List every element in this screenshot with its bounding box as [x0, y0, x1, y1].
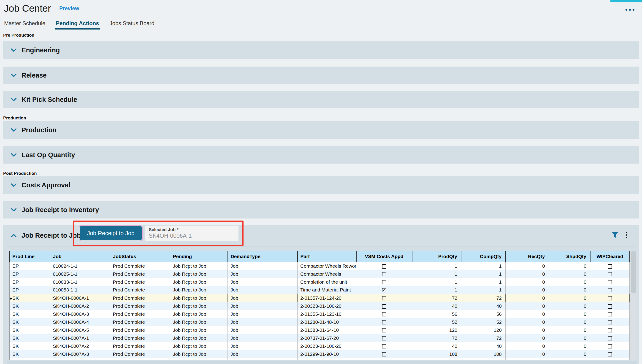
wip-cleared-checkbox[interactable]	[608, 336, 612, 340]
cell-recqty[interactable]: 0	[506, 326, 549, 334]
col-header-vsm-costs-appd[interactable]: VSM Costs Appd	[356, 251, 412, 262]
vsm-costs-appd-checkbox[interactable]	[382, 304, 386, 309]
table-row-sk4oh-0006a-4[interactable]: SKSK4OH-0006A-4Prod CompleteJob Rcpt to …	[10, 318, 630, 326]
wip-cleared-checkbox[interactable]	[608, 288, 612, 292]
cell-compqty[interactable]: 72	[461, 294, 506, 302]
cell-compqty[interactable]: 108	[461, 350, 506, 358]
cell-part[interactable]: 2-01299-01-90-10	[298, 350, 356, 358]
cell-demandtype[interactable]: Job	[228, 358, 298, 360]
cell-pending[interactable]: Job Rcpt to Job	[170, 278, 228, 286]
cell-pending[interactable]: Job Rcpt to Job	[170, 358, 228, 360]
cell-recqty[interactable]: 0	[506, 342, 549, 350]
cell-jobstatus[interactable]: Prod Complete	[110, 270, 170, 278]
filter-icon[interactable]	[612, 232, 618, 238]
selected-job-field[interactable]: Selected Job * SK4OH-0006A-1	[145, 226, 239, 241]
cell-shpdqty[interactable]: 0	[549, 310, 590, 318]
cell-demandtype[interactable]: Job	[228, 334, 298, 342]
cell-demandtype[interactable]: Job	[228, 294, 298, 302]
cell-part[interactable]: Completion of the unit	[298, 278, 356, 286]
section-kit-pick-schedule[interactable]: Kit Pick Schedule	[3, 91, 639, 108]
cell-jobstatus[interactable]: Prod Complete	[110, 262, 170, 270]
cell-prodqty[interactable]: 120	[412, 326, 461, 334]
cell-pending[interactable]: Job Rcpt to Job	[170, 318, 228, 326]
cell-job[interactable]: 010033-1-1	[50, 278, 110, 286]
cell-part[interactable]: Compactor Wheels	[298, 270, 356, 278]
cell-demandtype[interactable]: Job	[228, 262, 298, 270]
cell-shpdqty[interactable]: 0	[549, 358, 590, 360]
chevron-down-icon[interactable]	[11, 184, 17, 187]
cell-shpdqty[interactable]: 0	[549, 342, 590, 350]
cell-pending[interactable]: Job Rcpt to Job	[170, 302, 228, 310]
cell-prodqty[interactable]: 40	[412, 342, 461, 350]
cell-recqty[interactable]: 0	[506, 310, 549, 318]
cell-recqty[interactable]: 0	[506, 262, 549, 270]
cell-job[interactable]: SK4OH-0006A-4	[50, 318, 110, 326]
wip-cleared-checkbox[interactable]	[608, 352, 612, 356]
cell-prodline[interactable]: SK	[10, 310, 50, 318]
wip-cleared-checkbox[interactable]	[608, 272, 612, 276]
cell-prodqty[interactable]: 1	[412, 270, 461, 278]
cell-compqty[interactable]: 1	[461, 270, 506, 278]
col-header-job[interactable]: Job↑	[50, 251, 110, 262]
table-row-010024-1-1[interactable]: EP010024-1-1Prod CompleteJob Rcpt to Job…	[10, 262, 630, 270]
cell-part[interactable]: 2-00323-01-100-20	[298, 302, 356, 310]
cell-prodqty[interactable]: 72	[412, 294, 461, 302]
cell-part[interactable]: 1-00473-01-10-20	[298, 358, 356, 360]
cell-compqty[interactable]: 72	[461, 334, 506, 342]
cell-demandtype[interactable]: Job	[228, 342, 298, 350]
cell-prodline[interactable]: SK	[10, 318, 50, 326]
cell-job[interactable]: SK4OH-0006A-5	[50, 326, 110, 334]
wip-cleared-checkbox[interactable]	[608, 344, 612, 348]
section-release[interactable]: Release	[3, 66, 639, 84]
section-job-receipt-to-inventory[interactable]: Job Receipt to Inventory	[3, 201, 639, 218]
cell-demandtype[interactable]: Job	[228, 278, 298, 286]
cell-compqty[interactable]: 1	[461, 278, 506, 286]
cell-pending[interactable]: Job Rcpt to Job	[170, 334, 228, 342]
table-row-sk4oh-0006a-5[interactable]: SKSK4OH-0006A-5Prod CompleteJob Rcpt to …	[10, 326, 630, 334]
cell-shpdqty[interactable]: 0	[549, 326, 590, 334]
vsm-costs-appd-checkbox[interactable]	[382, 296, 386, 300]
vertical-scrollbar-thumb[interactable]	[631, 252, 636, 292]
cell-shpdqty[interactable]: 0	[549, 262, 590, 270]
kebab-menu-icon[interactable]	[625, 231, 628, 239]
horizontal-scrollbar[interactable]	[7, 361, 637, 364]
col-header-demandtype[interactable]: DemandType	[228, 251, 298, 262]
cell-pending[interactable]: Job Rcpt to Job	[170, 294, 228, 302]
cell-prodline[interactable]: SK	[10, 326, 50, 334]
cell-jobstatus[interactable]: Prod Complete	[110, 302, 170, 310]
vsm-costs-appd-checkbox[interactable]	[382, 344, 386, 348]
col-header-prodqty[interactable]: ProdQty	[412, 251, 461, 262]
cell-job[interactable]: SK4OH-0007A-3	[50, 350, 110, 358]
section-last-op-quantity[interactable]: Last Op Quantity	[3, 146, 639, 164]
cell-prodqty[interactable]: 1	[412, 278, 461, 286]
cell-compqty[interactable]: 52	[461, 318, 506, 326]
chevron-down-icon[interactable]	[11, 74, 17, 77]
cell-job[interactable]: 010024-1-1	[50, 262, 110, 270]
table-row-sk4oh-0006a-2[interactable]: SKSK4OH-0006A-2Prod CompleteJob Rcpt to …	[10, 302, 630, 310]
cell-recqty[interactable]: 0	[506, 318, 549, 326]
cell-prodline[interactable]: ▶SK	[10, 294, 50, 302]
vsm-costs-appd-checkbox[interactable]	[382, 336, 386, 340]
cell-shpdqty[interactable]: 0	[549, 302, 590, 310]
wip-cleared-checkbox[interactable]	[608, 280, 612, 284]
col-header-prod-line[interactable]: Prod Line	[10, 251, 50, 262]
cell-prodqty[interactable]: 108	[412, 350, 461, 358]
cell-job[interactable]: SK4OH-0006A-1	[50, 294, 110, 302]
cell-recqty[interactable]: 0	[506, 270, 549, 278]
cell-shpdqty[interactable]: 0	[549, 318, 590, 326]
cell-compqty[interactable]: 1	[461, 286, 506, 294]
cell-jobstatus[interactable]: Prod Complete	[110, 286, 170, 294]
cell-prodqty[interactable]: 56	[412, 310, 461, 318]
wip-cleared-checkbox[interactable]	[608, 312, 612, 316]
vsm-costs-appd-checkbox[interactable]	[382, 352, 386, 356]
chevron-down-icon[interactable]	[11, 48, 17, 52]
cell-part[interactable]: 2-00323-01-100-20	[298, 342, 356, 350]
cell-pending[interactable]: Job Rcpt to Job	[170, 310, 228, 318]
cell-part[interactable]: 2-00737-01-67-20	[298, 334, 356, 342]
cell-part[interactable]: Time and Material Paint	[298, 286, 356, 294]
chevron-up-icon[interactable]	[11, 234, 17, 237]
cell-part[interactable]: 2-01280-01-48-10	[298, 318, 356, 326]
cell-jobstatus[interactable]: Prod Complete	[110, 318, 170, 326]
cell-recqty[interactable]: 0	[506, 334, 549, 342]
cell-prodline[interactable]: EP	[10, 278, 50, 286]
